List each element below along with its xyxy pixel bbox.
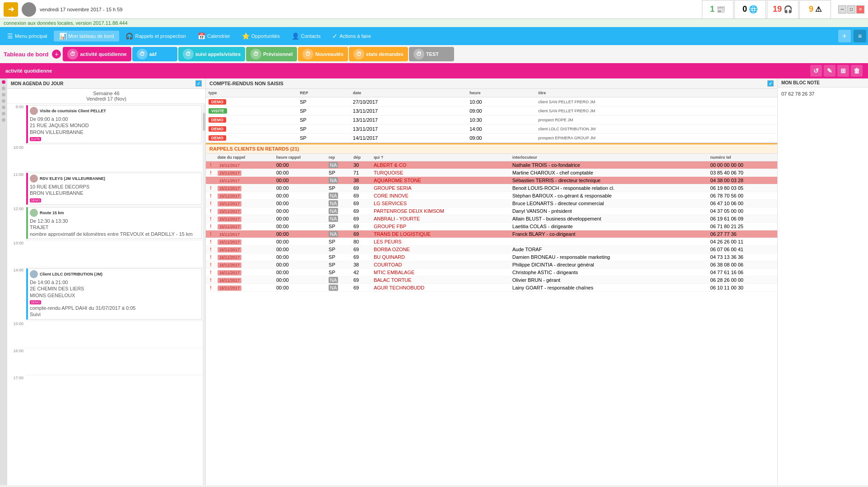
calendrier-icon: 📅	[198, 32, 205, 40]
app-logo: ➜	[4, 2, 18, 17]
bloc-note-header: MON BLOC NOTE	[778, 78, 868, 87]
tab-test[interactable]: ⏱ TEST	[409, 47, 454, 61]
rappel-row[interactable]: ! 15/11/2017 00:00 NA 69 ANBRALI - YOURT…	[206, 215, 777, 223]
close-button[interactable]: ✕	[856, 5, 864, 14]
rappel-row[interactable]: ! 15/11/2017 00:00 SP 69 GROUPE FBP Laet…	[206, 223, 777, 230]
left-sidebar	[0, 78, 7, 485]
dashboard-title: Tableau de bord	[4, 51, 48, 58]
cr-row[interactable]: DEMO SP 13/11/2017 14:00 client LDLC DIS…	[206, 124, 777, 133]
cr-row[interactable]: DEMO SP 13/11/2017 10:30 prospect ROPE J…	[206, 115, 777, 124]
dashboard-icon: 📊	[59, 32, 67, 40]
cr-checkbox[interactable]: ✓	[767, 80, 774, 87]
navbar-add-button[interactable]: +	[838, 30, 851, 42]
delete-button[interactable]: 🗑	[851, 65, 863, 77]
dashboard-tabs: ⏱ activité quotidienne ⏱ aàf ⏱ suivi app…	[63, 47, 454, 61]
rappel-row[interactable]: ! 15/11/2017 00:00 SP 69 BORBA OZONE Aud…	[206, 246, 777, 253]
rappel-row[interactable]: ! 16/11/2017 00:00 SP 42 MTIC EMBALAGE C…	[206, 269, 777, 276]
restore-button[interactable]: □	[847, 5, 855, 14]
agenda-body[interactable]: 9:00 Visite de courtoisie Client PELLET …	[7, 104, 205, 485]
nav-contacts[interactable]: 👤 Contacts	[286, 31, 326, 41]
rappels-title: RAPPELS CLIENTS EN RETARDS (21)	[209, 146, 299, 152]
refresh-button[interactable]: ↺	[810, 65, 822, 77]
tab-activite-quotidienne[interactable]: ⏱ activité quotidienne	[63, 47, 131, 61]
sidebar-dot-4[interactable]	[2, 99, 5, 103]
rappel-row[interactable]: ! 15/11/2017 00:00 NA 69 CORE INNOVE Sté…	[206, 192, 777, 200]
rappel-row[interactable]: ! 15/11/2017 00:00 NA 69 LG SERVICES Bru…	[206, 200, 777, 207]
nav-opportunites[interactable]: ⭐ Opportunités	[237, 31, 285, 41]
sidebar-dot-2[interactable]	[2, 87, 5, 90]
actions-icon: ✓	[332, 32, 338, 40]
cr-row[interactable]: DEMO SP 14/11/2017 09:00 prospect EPIMER…	[206, 133, 777, 142]
nav-menu-principal[interactable]: ☰ Menu principal	[2, 31, 53, 41]
sidebar-dot-6[interactable]	[2, 112, 5, 115]
rappel-row[interactable]: ! 16/11/2017 00:00 NA 69 BALAC TORTUE Ol…	[206, 276, 777, 284]
tab-nouveautes[interactable]: ⏱ Nouveautés	[298, 47, 348, 61]
rappel-row[interactable]: ! 16/11/2017 00:00 SP 38 COURTOAD Philip…	[206, 261, 777, 269]
r-col-interlocuteur: interlocuteur	[511, 154, 709, 161]
agenda-scrollbar[interactable]	[203, 104, 205, 485]
indicator-news[interactable]: 1 📰	[702, 0, 733, 19]
cr-row[interactable]: VISITE SP 13/11/2017 09:00 client SAN PE…	[206, 106, 777, 115]
tab-aaf[interactable]: ⏱ aàf	[132, 47, 177, 61]
time-row-13: 13:00	[7, 240, 203, 267]
nav-calendrier[interactable]: 📅 Calendrier	[192, 31, 236, 41]
bloc-note-content[interactable]: 07 62 78 26 37	[778, 87, 868, 100]
r-col-tel: numéro tel	[709, 154, 777, 161]
agenda-checkbox[interactable]: ✓	[195, 80, 202, 87]
nav-actions[interactable]: ✓ Actions à faire	[327, 31, 376, 41]
rappel-row[interactable]: ! 15/11/2017 00:00 SP 80 LES PEURS 04 26…	[206, 238, 777, 246]
event-ldlc[interactable]: Client LDLC DISTRIBUTION (JM) De 14:00 à…	[26, 268, 202, 320]
indicator-web[interactable]: 0 🌐	[734, 0, 766, 19]
r-col-qui: qui ?	[372, 154, 511, 161]
sidebar-dot-3[interactable]	[2, 93, 5, 96]
tab-icon-suivi: ⏱	[183, 49, 194, 60]
rappels-section: RAPPELS CLIENTS EN RETARDS (21) date du …	[206, 143, 777, 485]
opportunites-icon: ⭐	[242, 32, 250, 40]
event-route[interactable]: Route 15 km De 12:30 à 13:30 TRAJET nomb…	[26, 207, 202, 239]
agenda-column: MON AGENDA DU JOUR ✓ Semaine 46 Vendredi…	[7, 78, 206, 485]
event-rdv-eleys[interactable]: RDV ELEYS (JM VILLEURBANNE) 10 RUE EMILE…	[26, 173, 202, 205]
rappel-row[interactable]: 15/11/2017 00:00 NA 38 AQUAROME STONE Sé…	[206, 177, 777, 184]
agenda-week: Semaine 46 Vendredi 17 (Nov)	[7, 89, 205, 104]
bloc-note-column: MON BLOC NOTE 07 62 78 26 37	[778, 78, 868, 485]
rappels-header: RAPPELS CLIENTS EN RETARDS (21)	[206, 143, 777, 154]
add-dashboard-button[interactable]: +	[52, 50, 61, 59]
sidebar-dot-1[interactable]	[2, 80, 5, 84]
indicator-alerts[interactable]: 9 ⚠	[799, 0, 831, 19]
contacts-icon: 👤	[292, 32, 299, 40]
rappels-scroll[interactable]: date du rappel heure rappel rep dép qui …	[206, 154, 777, 485]
tab-previsionnel[interactable]: ⏱ Prévisionnel	[246, 47, 297, 61]
cr-col-titre: titre	[535, 89, 777, 97]
middle-column: COMPTE-RENDUS NON SAISIS ✓ type REP date…	[206, 78, 778, 485]
cr-title: COMPTE-RENDUS NON SAISIS	[209, 81, 283, 86]
navbar-hamburger-button[interactable]: ≡	[854, 30, 866, 42]
minimize-button[interactable]: ─	[838, 5, 846, 14]
grid-button[interactable]: ⊞	[837, 65, 849, 77]
time-row-9: 9:00 Visite de courtoisie Client PELLET …	[7, 104, 203, 144]
tab-stats-demandes[interactable]: ⏱ stats demandes	[349, 47, 408, 61]
r-col-heure: heure rappel	[274, 154, 327, 161]
rappel-row[interactable]: ! 15/11/2017 00:00 NA 30 ALBERT & CO Nat…	[206, 161, 777, 169]
nav-rappels[interactable]: 🎧 Rappels et prospection	[120, 31, 191, 41]
tab-icon-test: ⏱	[413, 49, 424, 60]
sidebar-dot-5[interactable]	[2, 106, 5, 109]
time-row-11: 11:00 RDV ELEYS (JM VILLEURBANNE) 10 RUE…	[7, 171, 203, 206]
event-visite-pellet[interactable]: Visite de courtoisie Client PELLET De 09…	[26, 105, 202, 143]
topbar: ➜ vendredi 17 novembre 2017 - 15 h 59 1 …	[0, 0, 868, 19]
rappel-row[interactable]: ! 15/11/2017 00:00 NA 69 PARTENROSE DEUX…	[206, 207, 777, 215]
indicator-calls[interactable]: 19 🎧	[767, 0, 798, 19]
rappel-row[interactable]: ! 15/11/2017 00:00 SP 71 TURQUOISE Marti…	[206, 169, 777, 177]
rappel-row[interactable]: ! 15/11/2017 00:00 SP 69 GROUPE SERIA Be…	[206, 184, 777, 192]
cr-row[interactable]: DEMO SP 27/10/2017 10:00 client SAN PELL…	[206, 97, 777, 106]
rappel-row[interactable]: ! 16/11/2017 00:00 NA 69 AGUR TECHNOBUDD…	[206, 284, 777, 292]
edit-button[interactable]: ✎	[824, 65, 836, 77]
rappels-table: date du rappel heure rappel rep dép qui …	[206, 154, 777, 292]
sidebar-dot-7[interactable]	[2, 118, 5, 122]
nav-tableau-de-bord[interactable]: 📊 Mon tableau de bord	[54, 31, 120, 41]
infobar: connexion aux données locales, version 2…	[0, 19, 868, 27]
dashboard-header: Tableau de bord + ⏱ activité quotidienne…	[0, 45, 868, 63]
rappel-row[interactable]: ! 16/11/2017 00:00 SP 69 BU QUINARD Dami…	[206, 253, 777, 261]
rappels-icon: 🎧	[125, 32, 133, 40]
rappel-row[interactable]: ! 15/11/2017 00:00 NA 69 TRANS DE LOGIST…	[206, 230, 777, 238]
tab-suivi-appels[interactable]: ⏱ suivi appels/visites	[178, 47, 245, 61]
